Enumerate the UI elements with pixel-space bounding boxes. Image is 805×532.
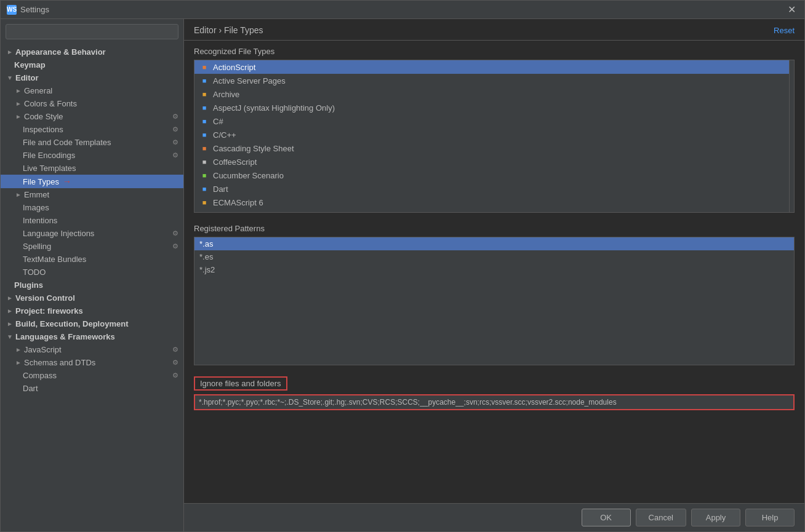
title-bar: WS Settings ✕: [1, 1, 804, 19]
app-icon: WS: [7, 5, 17, 15]
sidebar-item-spelling[interactable]: Spelling ⚙: [1, 240, 183, 253]
sidebar-item-project[interactable]: ► Project: fireworks: [1, 304, 183, 317]
file-type-item-ecmascript[interactable]: ■ ECMAScript 6: [194, 196, 794, 209]
sidebar-item-dart[interactable]: Dart: [1, 382, 183, 395]
panel-header: Editor › File Types Reset: [184, 19, 804, 41]
ignore-label: Ignore files and folders: [200, 379, 281, 388]
sidebar-item-keymap[interactable]: Keymap: [1, 58, 183, 71]
file-type-item-actionscript[interactable]: ■ ActionScript: [194, 60, 794, 74]
patterns-list: *.as *.es *.js2 + − ✎: [194, 237, 795, 365]
file-type-item-archive[interactable]: ■ Archive: [194, 87, 794, 101]
file-type-item-asp[interactable]: ■ Active Server Pages: [194, 74, 794, 87]
sidebar-item-file-types[interactable]: File Types →: [1, 175, 183, 188]
sidebar-item-todo[interactable]: TODO: [1, 266, 183, 279]
sidebar-item-textmate[interactable]: TextMate Bundles: [1, 253, 183, 266]
ignore-input-wrapper: [194, 394, 795, 410]
file-type-item-css[interactable]: ■ Cascading Style Sheet: [194, 141, 794, 155]
file-icon: ■: [199, 62, 209, 72]
apply-button[interactable]: Apply: [691, 509, 740, 526]
panel-body: Recognized File Types ■ ActionScript ■ A…: [184, 41, 804, 503]
sidebar-item-javascript[interactable]: ► JavaScript ⚙: [1, 343, 183, 356]
sidebar-item-languages[interactable]: ▼ Languages & Frameworks: [1, 330, 183, 343]
file-icon: ■: [199, 170, 209, 180]
reset-button[interactable]: Reset: [774, 26, 795, 35]
file-type-item-cucumber[interactable]: ■ Cucumber Scenario: [194, 169, 794, 182]
file-types-label: Recognized File Types: [194, 47, 795, 56]
file-icon: ■: [199, 116, 209, 126]
right-panel: Editor › File Types Reset Recognized Fil…: [184, 19, 804, 531]
arrow-icon: ►: [6, 307, 14, 316]
ignore-label-box: Ignore files and folders: [194, 376, 287, 391]
arrow-icon: ▼: [6, 74, 14, 82]
file-type-item-coffeescript[interactable]: ■ CoffeeScript: [194, 155, 794, 169]
sidebar-item-language-injections[interactable]: Language Injections ⚙: [1, 227, 183, 240]
patterns-section: Registered Patterns *.as *.es *.js2: [194, 224, 795, 371]
settings-icon: ⚙: [172, 359, 178, 367]
sidebar-item-editor[interactable]: ▼ Editor: [1, 71, 183, 84]
arrow-icon: ►: [14, 346, 23, 354]
file-types-section: Recognized File Types ■ ActionScript ■ A…: [194, 47, 795, 219]
settings-window: WS Settings ✕ ► Appearance & Behavior Ke…: [0, 0, 805, 532]
file-types-list: ■ ActionScript ■ Active Server Pages ■ A…: [194, 60, 795, 213]
arrow-icon: ►: [6, 48, 14, 57]
main-content: ► Appearance & Behavior Keymap ▼ Editor …: [1, 19, 804, 531]
red-arrow-icon: →: [63, 177, 71, 186]
arrow-icon: ►: [14, 87, 23, 95]
patterns-label: Registered Patterns: [194, 224, 795, 233]
cancel-button[interactable]: Cancel: [636, 509, 686, 526]
sidebar-item-version-control[interactable]: ► Version Control: [1, 292, 183, 304]
bottom-bar: OK Cancel Apply Help: [184, 503, 804, 531]
file-icon: ■: [199, 157, 209, 167]
help-button[interactable]: Help: [745, 509, 795, 526]
sidebar-item-file-encodings[interactable]: File Encodings ⚙: [1, 149, 183, 162]
sidebar-item-plugins[interactable]: Plugins: [1, 279, 183, 292]
file-icon: ■: [199, 89, 209, 99]
file-type-item-csharp[interactable]: ■ C#: [194, 114, 794, 128]
sidebar-item-live-templates[interactable]: Live Templates: [1, 162, 183, 175]
sidebar: ► Appearance & Behavior Keymap ▼ Editor …: [1, 19, 184, 531]
sidebar-item-schemas-dtds[interactable]: ► Schemas and DTDs ⚙: [1, 356, 183, 369]
sidebar-item-file-code-templates[interactable]: File and Code Templates ⚙: [1, 136, 183, 149]
sidebar-item-code-style[interactable]: ► Code Style ⚙: [1, 110, 183, 123]
settings-icon: ⚙: [172, 151, 178, 159]
pattern-item-js2[interactable]: *.js2: [194, 263, 794, 276]
ignore-section: Ignore files and folders: [194, 376, 795, 410]
sidebar-item-images[interactable]: Images: [1, 201, 183, 214]
sidebar-item-colors-fonts[interactable]: ► Colors & Fonts: [1, 97, 183, 110]
close-button[interactable]: ✕: [785, 4, 798, 15]
scrollbar[interactable]: [789, 60, 794, 212]
sidebar-item-build[interactable]: ► Build, Execution, Deployment: [1, 317, 183, 330]
file-type-item-dart[interactable]: ■ Dart: [194, 182, 794, 196]
panel-breadcrumb: Editor › File Types: [194, 25, 263, 35]
file-type-item-cpp[interactable]: ■ C/C++: [194, 128, 794, 141]
window-title: Settings: [20, 5, 785, 14]
search-input[interactable]: [6, 24, 178, 39]
file-icon: ■: [199, 130, 209, 140]
sidebar-item-general[interactable]: ► General: [1, 84, 183, 97]
arrow-icon: ►: [6, 294, 14, 303]
file-icon: ■: [199, 184, 209, 194]
file-icon: ■: [199, 143, 209, 153]
settings-icon: ⚙: [172, 138, 178, 146]
sidebar-item-compass[interactable]: Compass ⚙: [1, 369, 183, 382]
pattern-item-es[interactable]: *.es: [194, 250, 794, 263]
arrow-icon: ►: [14, 113, 23, 121]
settings-icon: ⚙: [172, 229, 178, 237]
sidebar-tree: ► Appearance & Behavior Keymap ▼ Editor …: [1, 44, 183, 531]
ok-button[interactable]: OK: [582, 509, 631, 526]
sidebar-item-appearance[interactable]: ► Appearance & Behavior: [1, 46, 183, 58]
settings-icon: ⚙: [172, 113, 178, 121]
sidebar-item-inspections[interactable]: Inspections ⚙: [1, 123, 183, 136]
sidebar-item-intentions[interactable]: Intentions: [1, 214, 183, 227]
file-type-item-aspectj[interactable]: ■ AspectJ (syntax Highlighting Only): [194, 101, 794, 114]
arrow-icon: ►: [6, 320, 14, 328]
arrow-icon: ►: [14, 100, 23, 108]
settings-icon: ⚙: [172, 125, 178, 133]
file-icon: ■: [199, 103, 209, 113]
pattern-item-as[interactable]: *.as: [194, 237, 794, 250]
file-icon: ■: [199, 76, 209, 85]
sidebar-item-emmet[interactable]: ► Emmet: [1, 188, 183, 201]
settings-icon: ⚙: [172, 371, 178, 379]
arrow-icon: ►: [14, 191, 23, 199]
ignore-input[interactable]: [195, 395, 793, 409]
